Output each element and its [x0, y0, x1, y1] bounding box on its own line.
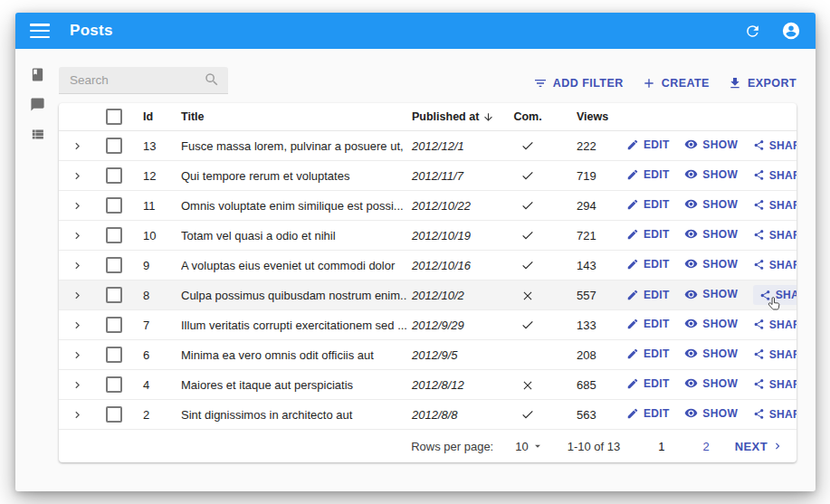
cell-views: 719 — [562, 161, 615, 191]
share-button[interactable]: SHARE — [753, 378, 797, 391]
expand-chevron-icon[interactable] — [71, 347, 84, 361]
header-com[interactable]: Com. — [493, 103, 562, 131]
select-all-checkbox[interactable] — [106, 109, 122, 125]
cell-title: Illum veritatis corrupti exercitationem … — [181, 310, 407, 340]
edit-button[interactable]: EDIT — [626, 347, 670, 360]
eye-icon — [684, 138, 698, 151]
share-button[interactable]: SHARE — [753, 408, 797, 421]
table-row: 9 A voluptas eius eveniet ut commodi dol… — [59, 251, 797, 281]
show-button[interactable]: SHOW — [684, 406, 738, 420]
header-title[interactable]: Title — [181, 103, 407, 131]
edit-button[interactable]: EDIT — [626, 377, 670, 390]
show-button[interactable]: SHOW — [684, 138, 738, 151]
header-published-at[interactable]: Published at — [407, 103, 493, 131]
export-button[interactable]: EXPORT — [728, 76, 797, 90]
expand-chevron-icon[interactable] — [71, 258, 84, 271]
show-button[interactable]: SHOW — [684, 197, 738, 211]
check-icon — [520, 258, 535, 272]
sidebar-item-posts[interactable] — [15, 62, 59, 91]
cell-actions: EDIT SHOW SHARE — [615, 310, 797, 340]
share-button[interactable]: SHARE — [753, 169, 797, 182]
edit-button[interactable]: EDIT — [626, 289, 670, 301]
cell-published-at: 2012/10/19 — [407, 221, 493, 251]
expand-chevron-icon[interactable] — [71, 318, 84, 331]
expand-chevron-icon[interactable] — [71, 138, 84, 152]
share-button[interactable]: SHARE — [753, 229, 797, 242]
share-button[interactable]: SHARE — [753, 285, 797, 305]
expand-chevron-icon[interactable] — [71, 198, 84, 212]
expand-chevron-icon[interactable] — [71, 168, 84, 182]
row-checkbox[interactable] — [106, 317, 122, 333]
search-input[interactable] — [59, 67, 228, 93]
sidebar-item-comments[interactable] — [15, 91, 59, 121]
show-button[interactable]: SHOW — [684, 167, 738, 181]
hamburger-menu-icon[interactable] — [30, 24, 50, 38]
pencil-icon — [626, 377, 639, 390]
show-button[interactable]: SHOW — [684, 376, 738, 390]
cell-actions: EDIT SHOW SHARE — [615, 251, 797, 281]
header-id[interactable]: Id — [138, 103, 181, 131]
cell-id: 9 — [138, 251, 181, 281]
row-checkbox[interactable] — [106, 376, 122, 393]
row-checkbox[interactable] — [106, 287, 122, 303]
show-button[interactable]: SHOW — [684, 317, 738, 330]
check-icon — [520, 407, 535, 422]
account-circle-icon[interactable] — [781, 21, 801, 41]
next-page-button[interactable]: NEXT — [735, 440, 784, 453]
share-button[interactable]: SHARE — [753, 259, 797, 271]
edit-button[interactable]: EDIT — [626, 198, 670, 211]
cell-title: Minima ea vero omnis odit officiis aut — [181, 340, 407, 370]
share-button[interactable]: SHARE — [753, 139, 797, 152]
expand-row-cell — [59, 281, 95, 310]
cell-actions: EDIT SHOW SHARE — [615, 281, 797, 310]
cell-id: 8 — [138, 281, 181, 310]
share-button[interactable]: SHARE — [753, 199, 797, 212]
page-button-1[interactable]: 1 — [658, 440, 664, 453]
expand-chevron-icon[interactable] — [71, 228, 84, 242]
expand-row-cell — [59, 251, 95, 281]
rows-per-page-select[interactable]: 10 — [515, 440, 543, 453]
header-views[interactable]: Views — [562, 103, 615, 131]
edit-button[interactable]: EDIT — [626, 228, 670, 241]
expand-row-cell — [59, 161, 95, 191]
expand-chevron-icon[interactable] — [71, 377, 84, 391]
row-checkbox[interactable] — [106, 227, 122, 243]
cell-actions: EDIT SHOW SHARE — [615, 131, 797, 161]
row-checkbox[interactable] — [106, 406, 122, 423]
eye-icon — [684, 376, 698, 390]
sidebar-item-list[interactable] — [15, 121, 59, 151]
edit-button[interactable]: EDIT — [626, 318, 670, 330]
row-checkbox[interactable] — [106, 197, 122, 214]
pencil-icon — [626, 228, 639, 241]
edit-button[interactable]: EDIT — [626, 138, 670, 151]
check-icon — [520, 168, 535, 183]
create-button[interactable]: CREATE — [642, 76, 710, 90]
show-button[interactable]: SHOW — [684, 257, 738, 271]
add-filter-button[interactable]: ADD FILTER — [533, 76, 624, 90]
row-checkbox[interactable] — [106, 167, 122, 184]
page-title: Posts — [70, 22, 113, 40]
edit-button[interactable]: EDIT — [626, 168, 670, 181]
edit-button[interactable]: EDIT — [626, 258, 670, 271]
row-checkbox[interactable] — [106, 347, 122, 363]
show-button[interactable]: SHOW — [684, 347, 738, 360]
share-icon — [759, 290, 771, 301]
refresh-icon[interactable] — [744, 23, 761, 40]
share-button[interactable]: SHARE — [753, 319, 797, 331]
table-header-row: Id Title Published at Com. Views — [59, 103, 797, 131]
row-checkbox[interactable] — [106, 138, 122, 154]
x-icon — [521, 379, 534, 392]
edit-button[interactable]: EDIT — [626, 407, 670, 420]
expand-chevron-icon[interactable] — [71, 288, 84, 301]
row-checkbox[interactable] — [106, 257, 122, 273]
show-button[interactable]: SHOW — [684, 288, 738, 301]
cell-views: 133 — [562, 310, 615, 340]
share-icon — [753, 408, 765, 420]
show-button[interactable]: SHOW — [684, 227, 738, 241]
share-icon — [753, 378, 765, 390]
page-button-2[interactable]: 2 — [702, 440, 709, 453]
share-button[interactable]: SHARE — [753, 348, 797, 361]
cell-actions: EDIT SHOW SHARE — [615, 340, 797, 370]
expand-chevron-icon[interactable] — [71, 407, 84, 421]
cell-title: Qui tempore rerum et voluptates — [181, 161, 407, 191]
